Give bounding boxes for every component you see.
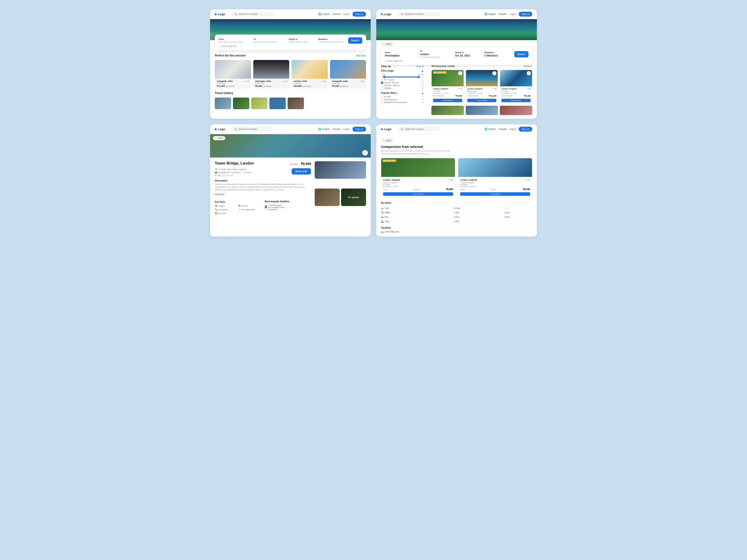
view-bookings-btn-0[interactable]: View Bookings: [433, 99, 462, 102]
book-now-button[interactable]: Book now!: [291, 168, 311, 175]
direct-flight-row: Direct flight only: [218, 45, 362, 47]
back-button-4[interactable]: ← Back: [381, 138, 393, 142]
signup-button-3[interactable]: Sign up: [353, 127, 366, 132]
checkin-field[interactable]: Check in Select check-in date: [289, 38, 316, 43]
popular-checkbox-2[interactable]: [381, 101, 383, 103]
back-button-3[interactable]: ← Back: [213, 136, 225, 140]
nav-search-input-4[interactable]: [405, 128, 437, 130]
hotel-wishlist-2[interactable]: ♡: [526, 71, 531, 75]
hotel-wishlist-1[interactable]: ♡: [492, 71, 496, 75]
popular-link-4[interactable]: Popular: [499, 128, 507, 130]
to-field-2[interactable]: To Landon the capital of England: [420, 50, 453, 58]
nav-search-input-3[interactable]: [238, 128, 271, 130]
fact-label-4: Free WiFi: [218, 212, 227, 214]
popular-option-2[interactable]: Breakfast & dinner included 13: [381, 101, 424, 103]
hotel-card-0: Save upto 80% ♡ Landon, England ★4.9 JK …: [431, 70, 464, 104]
popular-link-2[interactable]: Popular: [499, 13, 507, 16]
fun-facts-section: Fun facts 🌿 Garden 🍳 Kitchen 🐾 Pet frien…: [215, 201, 261, 214]
price-checkbox-3[interactable]: [381, 87, 383, 89]
lang-selector-2[interactable]: 🌐 English: [484, 12, 496, 16]
dest-price-3: ₹2,399* per person: [332, 85, 364, 87]
direct-flight-checkbox-2[interactable]: [385, 60, 387, 62]
nav-search-bar[interactable]: 🔍: [232, 12, 274, 16]
search-button-2[interactable]: Search: [514, 51, 529, 57]
comp-view-bookings-0[interactable]: View Bookings: [383, 192, 453, 196]
direct-flight-label: Direct flight only: [222, 45, 237, 47]
checkin-field-2[interactable]: Check in Oct 18, 2022: [455, 51, 483, 57]
popular-link-3[interactable]: Popular: [332, 128, 340, 130]
read-more-link[interactable]: Read more!: [215, 193, 225, 195]
lang-selector-4[interactable]: 🌐 English: [484, 128, 496, 131]
comp-card-img-1: [458, 158, 532, 177]
back-button-2[interactable]: ← Back: [381, 42, 393, 46]
direct-flight-checkbox[interactable]: [218, 45, 221, 47]
signup-button[interactable]: Sign up: [353, 12, 366, 17]
globe-icon-4: 🌐: [484, 128, 488, 131]
nav-search-input[interactable]: [238, 13, 271, 16]
login-button[interactable]: Log in: [343, 13, 350, 16]
members-field-2[interactable]: Members 5 Members: [485, 51, 512, 57]
price-checkbox-0[interactable]: [381, 79, 383, 81]
price-option-0[interactable]: ₹0 - ₹1,000 48: [381, 79, 424, 81]
back-arrow-icon: ←: [383, 43, 385, 45]
more-photos-overlay[interactable]: 12+ photos: [341, 189, 366, 206]
view-bookings-btn-1[interactable]: View Bookings: [467, 99, 496, 102]
price-option-1[interactable]: ₹1,000 - ₹20,000 68: [381, 82, 424, 84]
popular-option-1[interactable]: Swimming pool 54: [381, 99, 424, 101]
lang-selector-3[interactable]: 🌐 English: [318, 128, 330, 131]
facility-icon-0: 🏊: [265, 204, 267, 206]
view-bookings-btn-2[interactable]: View Bookings: [501, 99, 531, 102]
dest-card-3[interactable]: Junagadh, India ★2.8 1 day trip ₹2,399* …: [330, 60, 366, 89]
from-field[interactable]: From Enter your current location: [218, 38, 252, 43]
from-field-2[interactable]: From Ahmedabad: [385, 51, 418, 57]
slider-thumb-left[interactable]: [383, 76, 385, 78]
to-field[interactable]: To Enter destination location: [254, 38, 287, 43]
price-slider[interactable]: 7,320 21,554: [381, 74, 424, 77]
hotel-price-row-0: Prices ₹13,900 ₹9,999: [433, 95, 462, 97]
by-which-val1-2: 4 time: [431, 216, 482, 218]
dest-card-0[interactable]: Junagadh, India ★4.9 2 days trip ₹12,399…: [215, 60, 251, 89]
popular-option-0[interactable]: Resorts 56: [381, 96, 424, 98]
popular-checkbox-0[interactable]: [381, 96, 383, 98]
to-label: To: [254, 38, 285, 41]
by-which-val1-0: 2 times: [431, 207, 482, 209]
logo-panel2: Logo: [381, 12, 395, 16]
slider-thumb-right[interactable]: [417, 76, 420, 78]
section-title: Perfect for this session: [215, 54, 246, 57]
signup-button-4[interactable]: Sign up: [519, 127, 532, 132]
wishlist-btn-detail[interactable]: ♡: [362, 150, 368, 156]
popular-link[interactable]: Popular: [332, 13, 340, 16]
panel-comparison: Logo 🔍 🌐 English Popular Log in Sign up …: [376, 124, 537, 237]
nav-search-bar-2[interactable]: 🔍: [398, 12, 440, 16]
price-checkbox-2[interactable]: [381, 84, 383, 86]
detail-rating: ★ 4.9 (314 people): [215, 174, 251, 177]
direct-flight-label-2: Direct flight only: [388, 60, 403, 62]
see-more-link[interactable]: See more: [356, 54, 366, 57]
lang-selector[interactable]: 🌐 English: [318, 12, 330, 16]
sort-by[interactable]: Sort by ▾: [523, 65, 532, 68]
members-field[interactable]: Members Select how many members: [318, 38, 346, 43]
fact-label-2: Pet friendly: [218, 209, 228, 211]
hotel-wishlist-0[interactable]: ♡: [458, 71, 462, 75]
login-button-4[interactable]: Log in: [510, 128, 516, 130]
checkin-label: Check in: [289, 38, 314, 41]
price-option-3[interactable]: ₹50,000 + 28: [381, 87, 424, 89]
popular-label-1: Swimming pool: [384, 99, 397, 101]
nav-search-bar-3[interactable]: 🔍: [232, 127, 274, 131]
price-option-2[interactable]: ₹25,000 - ₹50,000 264: [381, 84, 424, 86]
nav-search-bar-4[interactable]: 🔍: [398, 127, 440, 131]
pool-icon: 🏊: [381, 231, 384, 233]
login-button-2[interactable]: Log in: [510, 13, 516, 16]
comp-view-bookings-1[interactable]: View Bookings: [460, 192, 530, 196]
login-button-3[interactable]: Log in: [343, 128, 350, 130]
signup-button-2[interactable]: Sign up: [519, 12, 532, 17]
dest-card-1[interactable]: Jamnagar, India ★3.5 3 days trip ₹5,999*…: [253, 60, 289, 89]
dest-card-2[interactable]: Landon, India ★4.5 1 day trip ₹45,999* p…: [291, 60, 328, 89]
comp-rating-0: ★4.9: [448, 179, 453, 181]
search-button[interactable]: Search: [348, 37, 362, 44]
more-results-row: [431, 106, 532, 115]
nav-search-input-2[interactable]: [405, 13, 437, 16]
price-checkbox-1[interactable]: [381, 82, 383, 84]
popular-checkbox-1[interactable]: [381, 99, 383, 101]
clear-all-btn[interactable]: Clear all: [416, 65, 424, 68]
